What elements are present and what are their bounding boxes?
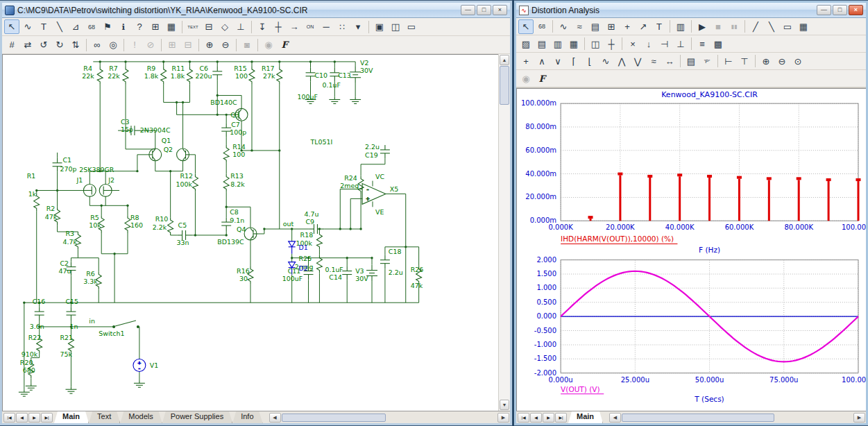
schematic-label[interactable]: 9.1n <box>230 216 244 224</box>
ground-icon[interactable]: ⊥ <box>233 19 248 34</box>
transient-plot[interactable]: 2.0001.5001.0000.5000.000-0.500-1.000-1.… <box>534 256 866 403</box>
schematic-label[interactable]: 4.7k <box>63 238 78 246</box>
scroll-down-button[interactable]: ▼ <box>500 400 509 410</box>
schematic-label[interactable]: R10 <box>155 215 169 223</box>
restore-button[interactable]: □ <box>833 5 847 15</box>
schematic-label[interactable]: R14 <box>232 143 246 151</box>
schematic-label[interactable]: 0.1uF <box>325 266 343 273</box>
schematic-label[interactable]: 100 <box>235 72 248 80</box>
schematic-label[interactable]: 27k <box>263 72 275 80</box>
copy-to-clipboard-icon[interactable]: ⊞ <box>164 37 180 52</box>
flag-tool-icon[interactable]: ⚑ <box>100 19 115 34</box>
schematic-label[interactable]: R5 <box>90 214 99 221</box>
schematic-label[interactable]: 1k <box>28 190 37 198</box>
schematic-label[interactable]: C19 <box>365 151 378 159</box>
analysis-plot-area[interactable]: Kenwood_KA9100-SC.CIR100.000m80.000m60.0… <box>516 87 866 411</box>
waveform-add-icon[interactable]: ≈ <box>572 19 587 34</box>
data-table-icon[interactable]: ▦ <box>566 37 581 51</box>
component-GND5[interactable] <box>26 383 37 390</box>
schematic-label[interactable]: C2 <box>60 259 69 267</box>
tag-left-icon[interactable]: ⊢ <box>721 54 736 69</box>
component-C15[interactable] <box>66 307 76 321</box>
text-tool-icon[interactable]: T <box>652 19 667 34</box>
globe-icon[interactable]: ◉ <box>518 71 534 86</box>
schematic-label[interactable]: Switch1 <box>99 330 124 337</box>
pattern-icon[interactable]: ▦ <box>164 19 179 34</box>
component-Q1[interactable] <box>149 148 162 161</box>
schematic-label[interactable]: 2N3904C <box>140 126 171 134</box>
analysis-plot-icon[interactable]: ∿ <box>556 19 571 34</box>
schematic-label[interactable]: 1.8k <box>171 72 185 80</box>
schematic-label[interactable]: J1 <box>76 176 83 184</box>
zoom-out-icon[interactable]: ⊖ <box>218 37 233 52</box>
component-R13[interactable] <box>223 174 229 192</box>
pin-icon[interactable]: # <box>4 37 19 52</box>
schematic-label[interactable]: 22k <box>108 72 120 80</box>
schematic-label[interactable]: C5 <box>178 221 187 229</box>
schematic-label[interactable]: 0.1uF <box>322 81 340 89</box>
valley-icon[interactable]: ∨ <box>550 54 565 69</box>
tab-power-supplies[interactable]: Power Supplies <box>162 411 232 423</box>
cross-junction-icon[interactable]: ┼ <box>271 19 286 34</box>
zoom-auto-icon[interactable]: ⊙ <box>790 54 806 69</box>
schematic-label[interactable]: C15 <box>65 298 78 305</box>
schematic-label[interactable]: R26 <box>411 266 424 273</box>
rectangle-tool-icon[interactable]: ▭ <box>780 19 795 34</box>
component-D1[interactable] <box>289 241 296 254</box>
inflection-icon[interactable]: ∿ <box>598 54 613 69</box>
schematic-label[interactable]: R17 <box>262 65 275 72</box>
component-R12[interactable] <box>192 174 198 192</box>
component-R7[interactable] <box>123 67 128 85</box>
schematic-label[interactable]: Q3 <box>230 111 239 119</box>
component-C18[interactable] <box>380 255 390 269</box>
low-icon[interactable]: ⌊ <box>582 54 597 69</box>
find-component-icon[interactable]: 68 <box>534 19 550 34</box>
dropdown-icon[interactable]: ▾ <box>350 19 366 34</box>
component-V2[interactable] <box>350 67 361 83</box>
schematic-label[interactable]: R2 <box>46 205 56 212</box>
horizontal-scrollbar[interactable]: ◀ ▶ <box>269 411 510 423</box>
schematic-label[interactable]: C1 <box>63 156 72 164</box>
schematic-label[interactable]: 30V <box>355 275 368 282</box>
schematic-label[interactable]: 47k <box>45 213 58 221</box>
minimize-button[interactable]: — <box>461 5 475 15</box>
schematic-label[interactable]: 100 <box>232 151 245 158</box>
tab-models[interactable]: Models <box>120 411 162 423</box>
slope-tool-icon[interactable]: ╱ <box>748 19 763 34</box>
component-R15[interactable] <box>249 67 255 85</box>
select-tool-icon[interactable]: ↖ <box>4 19 19 34</box>
zoom-in-icon[interactable]: ⊕ <box>758 54 774 69</box>
schematic-label[interactable]: R18 <box>300 231 314 239</box>
minimize-button[interactable]: — <box>817 5 831 15</box>
schematic-label[interactable]: V3 <box>355 267 364 275</box>
schematic-label[interactable]: R1 <box>27 172 36 180</box>
schematic-label[interactable]: R13 <box>230 172 244 180</box>
schematic-label[interactable]: C9 <box>306 218 315 225</box>
schematic-label[interactable]: 160 <box>130 221 143 229</box>
font-icon[interactable]: F <box>277 37 292 52</box>
schematic-label[interactable]: R22 <box>28 334 42 341</box>
schematic-label[interactable]: R11 <box>172 65 185 72</box>
schematic-label[interactable]: 75k <box>60 350 73 358</box>
schematic-label[interactable]: 10k <box>89 221 101 229</box>
help-mode-icon[interactable]: ? <box>132 19 147 34</box>
text-stepping-icon[interactable]: TEXT <box>185 19 201 34</box>
component-C6[interactable] <box>212 67 222 80</box>
component-GND6[interactable] <box>65 386 76 393</box>
schematic-label[interactable]: R3 <box>65 230 74 237</box>
horizontal-scrollbar[interactable]: ◀ ▶ <box>609 411 866 423</box>
last-tab-button[interactable]: ▶| <box>41 413 53 423</box>
tab-text[interactable]: Text <box>89 411 120 423</box>
schematic-label[interactable]: Q2 <box>164 146 173 153</box>
schematic-label[interactable]: C10 <box>314 71 327 79</box>
new-window-icon[interactable]: ▣ <box>372 19 387 34</box>
schematic-label[interactable]: R21 <box>60 334 74 341</box>
tab-main[interactable]: Main <box>568 411 603 423</box>
next-tab-button[interactable]: ▶ <box>543 413 554 423</box>
scroll-right-button[interactable]: ▶ <box>853 413 865 423</box>
bus-icon[interactable]: ⊟ <box>201 19 216 34</box>
first-tab-button[interactable]: |◀ <box>518 413 529 423</box>
camera-icon[interactable]: ◙ <box>239 37 255 52</box>
schematic-label[interactable]: in <box>89 317 95 325</box>
schematic-window-titlebar[interactable]: C:\MC9\DATA\Petrov\switching distortion\… <box>2 3 510 18</box>
